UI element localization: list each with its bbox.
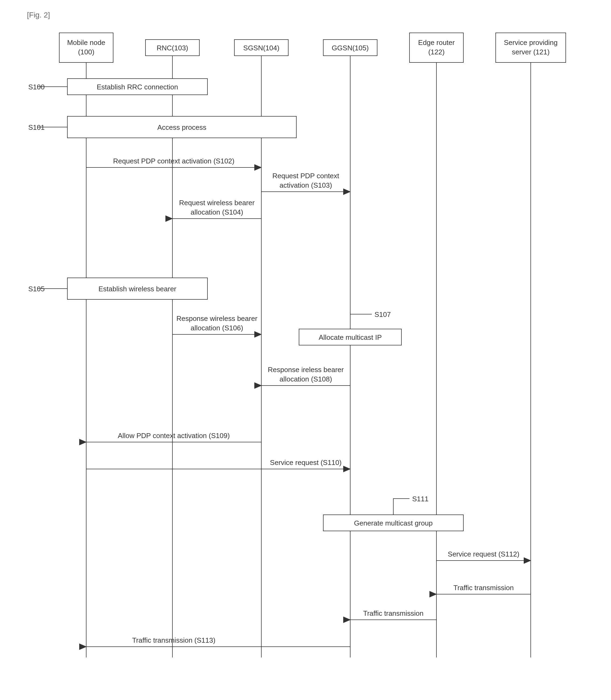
- access-label: Access process: [157, 123, 206, 132]
- sequence-diagram: Mobile node (100) RNC(103) SGSN(104) GGS…: [27, 25, 593, 671]
- s103-label-1: Request PDP context: [272, 172, 340, 180]
- entity-mobile-node: Mobile node (100): [59, 33, 113, 62]
- process-access: Access process: [68, 116, 296, 138]
- s103-label-2: activation (S103): [279, 181, 332, 189]
- process-multicast-group: Generate multicast group: [323, 515, 463, 531]
- s108-label-1: Response ireless bearer: [268, 366, 344, 374]
- s101-label: S101: [28, 123, 45, 132]
- s112-label: Service request (S112): [448, 550, 519, 558]
- sgsn-label: SGSN(104): [243, 44, 279, 52]
- s107-label: S107: [374, 310, 391, 319]
- service-server-sub: server (121): [512, 48, 550, 56]
- s108-label-2: allocation (S108): [279, 375, 332, 383]
- entity-service-server: Service providing server (121): [496, 33, 566, 62]
- wireless-bearer-label: Establish wireless bearer: [98, 285, 176, 293]
- multicast-group-label: Generate multicast group: [354, 519, 433, 527]
- entity-sgsn: SGSN(104): [234, 40, 288, 56]
- rnc-label: RNC(103): [157, 44, 188, 52]
- s106-label-2: allocation (S106): [191, 324, 243, 332]
- process-wireless-bearer: Establish wireless bearer: [68, 278, 207, 299]
- s107-connector: [350, 314, 372, 329]
- s100-label: S100: [28, 83, 45, 91]
- s109-label: Allow PDP context activation (S109): [118, 431, 230, 440]
- entity-rnc: RNC(103): [146, 40, 199, 56]
- s111-connector: [393, 499, 409, 515]
- rrc-label: Establish RRC connection: [97, 83, 178, 91]
- mobile-node-id: (100): [78, 48, 94, 56]
- entity-ggsn: GGSN(105): [323, 40, 377, 56]
- s111-label: S111: [412, 495, 429, 503]
- traffic-b-label: Traffic transmission: [363, 609, 423, 617]
- traffic-a-label: Traffic transmission (S113): [132, 636, 215, 644]
- traffic-c-label: Traffic transmission: [453, 584, 514, 592]
- mobile-node-label: Mobile node: [67, 39, 105, 47]
- s104-label-1: Request wireless bearer: [179, 199, 255, 207]
- svg-rect-4: [409, 33, 463, 62]
- svg-rect-0: [59, 33, 113, 62]
- s105-label: S105: [28, 285, 45, 293]
- allocate-ip-label: Allocate multicast IP: [319, 333, 382, 341]
- svg-rect-5: [496, 33, 566, 62]
- s102-label: Request PDP context activation (S102): [113, 157, 234, 165]
- entity-edge-router: Edge router (122): [409, 33, 463, 62]
- figure-label: [Fig. 2]: [27, 11, 600, 19]
- process-allocate-ip: Allocate multicast IP: [299, 329, 401, 345]
- s106-label-1: Response wireless bearer: [177, 315, 257, 322]
- s110-label: Service request (S110): [270, 458, 342, 467]
- s104-label-2: allocation (S104): [191, 208, 243, 216]
- edge-router-id: (122): [428, 48, 445, 56]
- service-server-label: Service providing: [504, 39, 557, 47]
- process-rrc: Establish RRC connection: [68, 79, 207, 95]
- diagram-svg: Mobile node (100) RNC(103) SGSN(104) GGS…: [27, 25, 593, 671]
- ggsn-label: GGSN(105): [332, 44, 369, 52]
- edge-router-label: Edge router: [418, 39, 455, 47]
